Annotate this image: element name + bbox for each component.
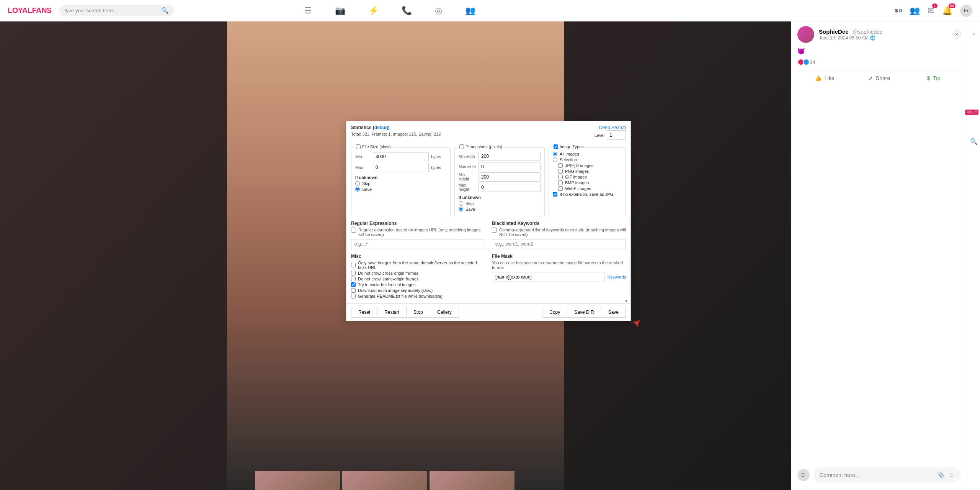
stop-button[interactable]: Stop xyxy=(407,307,430,318)
balance[interactable]: $ 0 xyxy=(895,8,902,13)
regex-checkbox[interactable] xyxy=(351,228,356,233)
readme-checkbox[interactable] xyxy=(351,294,356,298)
logo[interactable]: LOYALFANS xyxy=(8,6,52,15)
stats-total: 321 xyxy=(362,132,369,136)
same-domain-checkbox[interactable] xyxy=(351,263,356,267)
thumb[interactable] xyxy=(430,471,514,490)
all-images-radio[interactable] xyxy=(553,152,557,156)
keywords-link[interactable]: Keywords xyxy=(608,275,626,279)
post-user: SophieDee @sophiedee June 19, 2024 08:50… xyxy=(819,28,883,41)
readme-label: Generate README.txt file while downloadi… xyxy=(358,294,443,298)
dimensions-panel: Dimensions (pixels) Min width Max width … xyxy=(454,147,545,216)
people-icon[interactable]: 👥 xyxy=(465,6,475,16)
friends-icon[interactable]: 👥 xyxy=(910,6,920,16)
restart-button[interactable]: Restart xyxy=(377,307,407,318)
comment-input-wrap[interactable]: 📎 ☺ xyxy=(813,467,961,482)
tip-button[interactable]: $ Tip xyxy=(906,70,961,86)
lightning-icon[interactable]: ⚡ xyxy=(368,6,379,16)
bmp-checkbox[interactable] xyxy=(558,180,563,185)
messages-icon[interactable]: ✉1 xyxy=(928,6,934,16)
minw-label: Min width xyxy=(459,154,476,159)
selection-radio[interactable] xyxy=(553,157,557,162)
jpeg-checkbox[interactable] xyxy=(558,163,563,168)
post-author-name[interactable]: SophieDee xyxy=(819,28,849,35)
menu-icon[interactable]: ☰ xyxy=(304,6,312,16)
filesize-max-input[interactable] xyxy=(373,163,429,172)
minh-input[interactable] xyxy=(479,172,541,182)
maxh-input[interactable] xyxy=(479,183,541,192)
filesize-min-input[interactable] xyxy=(373,152,429,161)
filesize-title: File Size (slow) xyxy=(354,144,392,149)
filesize-save-radio[interactable] xyxy=(355,187,360,192)
reset-button[interactable]: Reset xyxy=(351,307,377,318)
debug-link[interactable]: debug xyxy=(374,125,388,130)
dimensions-title-text: Dimensions (pixels) xyxy=(466,144,502,149)
jpeg-label: JP(E)G images xyxy=(565,163,594,168)
post-author-handle[interactable]: @sophiedee xyxy=(853,29,883,35)
noext-checkbox[interactable] xyxy=(553,192,557,197)
dim-save-radio[interactable] xyxy=(459,207,463,211)
search-wrap[interactable]: 🔍 xyxy=(59,5,174,16)
chevron-down-icon[interactable]: ⌄ xyxy=(971,29,976,36)
same-origin-checkbox[interactable] xyxy=(351,277,356,281)
cross-origin-checkbox[interactable] xyxy=(351,271,356,275)
webp-checkbox[interactable] xyxy=(558,186,563,191)
types-title-text: Image Types xyxy=(560,144,584,149)
gallery-button[interactable]: Gallery xyxy=(430,307,459,318)
save-button[interactable]: Save xyxy=(601,307,626,318)
gif-label: GIF images xyxy=(565,175,587,179)
like-button[interactable]: 👍 Like xyxy=(797,70,852,86)
bmp-label: BMP images xyxy=(565,180,589,185)
camera-icon[interactable]: 📷 xyxy=(335,6,345,16)
phone-icon[interactable]: 📞 xyxy=(402,6,412,16)
post-date-text: June 19, 2024 08:50 AM xyxy=(819,35,869,41)
bytes-unit: bytes xyxy=(431,154,446,159)
png-label: PNG images xyxy=(565,169,589,174)
identical-checkbox[interactable] xyxy=(351,282,356,287)
expand-icon[interactable]: ▾ xyxy=(625,298,627,304)
mask-input[interactable] xyxy=(492,272,604,282)
filesize-skip-radio[interactable] xyxy=(355,181,360,186)
png-checkbox[interactable] xyxy=(558,169,563,174)
search-icon[interactable]: 🔍 xyxy=(161,7,169,14)
copy-button[interactable]: Copy xyxy=(542,307,567,318)
thumb[interactable] xyxy=(342,471,427,490)
dim-skip-radio[interactable] xyxy=(459,201,463,206)
blacklist-input[interactable] xyxy=(492,239,626,249)
close-icon[interactable]: ✕ xyxy=(952,30,961,39)
comment-input[interactable] xyxy=(820,472,933,478)
separately-checkbox[interactable] xyxy=(351,288,356,293)
filesize-title-text: File Size (slow) xyxy=(362,144,391,149)
dialog-header: Statistics (debug) Total: 321, Frames: 1… xyxy=(346,121,630,143)
bell-icon[interactable]: 🔔59 xyxy=(942,6,952,16)
selection-label: Selection xyxy=(560,157,577,162)
search-icon[interactable]: 🔍 xyxy=(970,138,978,145)
maxw-input[interactable] xyxy=(479,162,541,171)
thumb[interactable] xyxy=(255,471,340,490)
savedir-button[interactable]: Save DIR xyxy=(567,307,601,318)
stats-total-label: Total: xyxy=(351,132,361,136)
attach-icon[interactable]: 📎 xyxy=(937,471,945,479)
thumb-icon xyxy=(803,59,810,66)
regex-input[interactable] xyxy=(351,239,485,249)
gif-checkbox[interactable] xyxy=(558,175,563,179)
minw-input[interactable] xyxy=(479,152,541,161)
reactions[interactable]: 34 xyxy=(797,59,961,66)
post-avatar[interactable] xyxy=(797,26,814,43)
stats-saving: 212 xyxy=(434,132,441,136)
emoji-icon[interactable]: ☺ xyxy=(949,472,955,479)
types-enable-checkbox[interactable] xyxy=(554,144,558,149)
level-input[interactable] xyxy=(607,130,626,140)
blacklist-checkbox[interactable] xyxy=(492,228,497,233)
share-button[interactable]: ↗ Share xyxy=(852,70,906,86)
dimensions-enable-checkbox[interactable] xyxy=(459,144,464,149)
max-label: Max xyxy=(355,165,371,170)
filesize-enable-checkbox[interactable] xyxy=(356,144,361,149)
dim-unknown-title: If unknown xyxy=(459,195,541,200)
deep-search-link[interactable]: Deep Search xyxy=(599,125,626,130)
user-avatar[interactable]: Er xyxy=(960,5,972,17)
stats-images: 215 xyxy=(409,132,416,136)
target-icon[interactable]: ◎ xyxy=(435,6,442,16)
dollar-icon: $ xyxy=(927,75,930,81)
search-input[interactable] xyxy=(65,8,157,13)
